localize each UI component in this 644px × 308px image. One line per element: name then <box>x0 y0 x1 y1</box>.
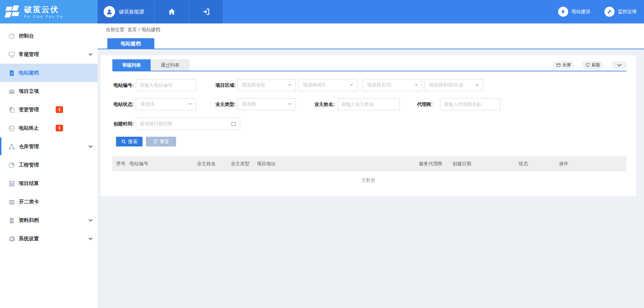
nav-station-build-label: 电站建设 <box>572 9 590 15</box>
nav-monitor-ops[interactable]: 监控运维 <box>604 7 637 17</box>
county-select-value: 请选择县/区 <box>367 82 415 88</box>
dashboard-icon <box>8 33 15 40</box>
sidebar-item-project-initiation[interactable]: 项目立项 <box>0 82 98 101</box>
region-label: 项目区域: <box>214 79 236 91</box>
sidebar-item-open-class2-card[interactable]: 开二类卡 <box>0 193 98 211</box>
breadcrumb-home[interactable]: 首页 <box>127 27 137 33</box>
reset-button[interactable]: 重置 <box>146 137 176 146</box>
sign-in-icon <box>202 8 210 16</box>
col-owner-name: 业主姓名 <box>197 161 231 167</box>
sidebar-item-system-settings[interactable]: 系统设置 <box>0 230 98 248</box>
chevron-down-icon <box>617 64 622 67</box>
province-select-value: 请选择省份 <box>242 82 288 88</box>
search-button[interactable]: 搜索 <box>116 137 143 146</box>
brand-logo-icon <box>5 5 20 19</box>
chevron-down-icon <box>89 219 93 222</box>
calendar-icon <box>231 121 236 127</box>
fullscreen-label: 全屏 <box>562 62 571 68</box>
sidebar-item-station-archive[interactable]: 电站建档 <box>0 64 98 82</box>
tab-passed-list[interactable]: 通过列表 <box>151 59 190 71</box>
station-termination-badge: 1 <box>56 125 63 131</box>
search-icon <box>121 139 126 144</box>
wrench-icon <box>604 7 614 17</box>
col-owner-type: 业主类型 <box>231 161 257 167</box>
caret-down-icon <box>288 103 291 105</box>
refresh-button[interactable]: 刷新 <box>582 61 603 69</box>
gear-icon <box>8 235 15 243</box>
chevron-down-icon <box>89 53 93 56</box>
col-actions: 操作 <box>559 161 626 167</box>
created-time-input[interactable] <box>140 118 231 129</box>
tab-review-list[interactable]: 审核列表 <box>112 59 151 71</box>
caret-down-icon <box>189 103 192 105</box>
province-select[interactable]: 请选择省份 <box>237 79 296 91</box>
breadcrumb-current: 电站建档 <box>142 27 160 33</box>
city-select[interactable]: 请选择城市 <box>299 79 358 91</box>
monitor-icon <box>8 51 15 58</box>
agent-field <box>440 98 500 110</box>
page-tab-underline <box>98 49 644 49</box>
user-menu[interactable]: 破茧新能源 <box>98 0 154 23</box>
owner-name-input[interactable] <box>338 99 399 110</box>
brand-logo[interactable]: 破茧云伏 Po Jian Yun Fu <box>0 0 98 23</box>
owner-type-select[interactable]: 请选择 <box>237 98 296 110</box>
agent-input[interactable] <box>440 99 500 110</box>
owner-type-label: 业主类型: <box>214 98 236 110</box>
home-button[interactable] <box>154 0 189 23</box>
created-time-range-picker[interactable] <box>136 118 240 130</box>
sidebar-menu: 控制台 常规管理 电站建档 项目立项 <box>0 23 98 248</box>
caret-down-icon <box>476 84 479 86</box>
top-header: 破茧云伏 Po Jian Yun Fu 破茧新能源 <box>0 0 644 23</box>
copy-icon <box>8 106 15 114</box>
town-select[interactable]: 请选择村镇/街道 <box>425 79 483 91</box>
nav-monitor-ops-label: 监控运维 <box>618 9 637 15</box>
station-no-input[interactable] <box>136 79 196 91</box>
breadcrumb-tab-zone: 当前位置: 首页 / 电站建档 电站建档 <box>98 23 644 49</box>
logout-button[interactable] <box>189 0 223 23</box>
fullscreen-button[interactable]: 全屏 <box>553 61 574 69</box>
sidebar-item-label: 开二类卡 <box>19 199 39 205</box>
page-tab-station-archive[interactable]: 电站建档 <box>107 38 154 49</box>
col-station-no: 电站编号 <box>129 161 197 167</box>
caret-down-icon <box>350 84 353 86</box>
header-user-section: 破茧新能源 <box>98 0 223 23</box>
sidebar-item-data-archive[interactable]: 资料归档 <box>0 211 98 230</box>
sidebar-item-console[interactable]: 控制台 <box>0 27 98 45</box>
target-icon <box>8 125 15 132</box>
caret-down-icon <box>288 84 291 86</box>
breadcrumb-prefix: 当前位置: <box>106 27 126 33</box>
sidebar-item-project-settlement[interactable]: 项目结算 <box>0 174 98 193</box>
collapse-toolbar-button[interactable] <box>611 61 627 69</box>
refresh-label: 刷新 <box>592 62 600 68</box>
file-icon <box>8 217 15 224</box>
agent-label: 代理商: <box>416 98 433 110</box>
station-status-value: 请选择 <box>140 101 189 107</box>
sidebar-item-general-management[interactable]: 常规管理 <box>0 45 98 64</box>
pie-gauge-icon <box>8 162 15 169</box>
avatar <box>104 6 115 17</box>
lightning-icon <box>558 7 568 17</box>
col-project-address: 项目地址 <box>257 161 419 167</box>
brand-title: 破茧云伏 <box>24 5 63 14</box>
station-status-select[interactable]: 请选择 <box>136 98 196 110</box>
col-status: 状态 <box>519 161 559 167</box>
sidebar: 控制台 常规管理 电站建档 项目立项 <box>0 23 98 308</box>
sidebar-item-label: 常规管理 <box>19 51 39 58</box>
col-seq: 序号 <box>112 161 129 167</box>
county-select[interactable]: 请选择县/区 <box>363 79 422 91</box>
sidebar-item-label: 系统设置 <box>19 236 39 242</box>
credit-card-icon <box>8 198 15 206</box>
sidebar-item-station-termination[interactable]: 电站终止 1 <box>0 119 98 137</box>
main-content: 当前位置: 首页 / 电站建档 电站建档 审核列表 通过列表 全屏 刷新 <box>98 23 644 308</box>
chevron-down-icon <box>89 145 93 148</box>
sidebar-item-change-management[interactable]: 变更管理 1 <box>0 101 98 119</box>
nav-station-build[interactable]: 电站建设 <box>558 7 590 17</box>
calculator-icon <box>8 180 15 187</box>
owner-name-field <box>337 98 400 110</box>
sidebar-item-warehouse-management[interactable]: 仓库管理 <box>0 137 98 156</box>
col-service-agent: 服务代理商 <box>419 161 452 167</box>
sidebar-item-label: 项目立项 <box>19 88 39 95</box>
sidebar-item-engineering-management[interactable]: 工程管理 <box>0 156 98 174</box>
reset-icon <box>153 139 158 144</box>
city-select-value: 请选择城市 <box>303 82 350 88</box>
